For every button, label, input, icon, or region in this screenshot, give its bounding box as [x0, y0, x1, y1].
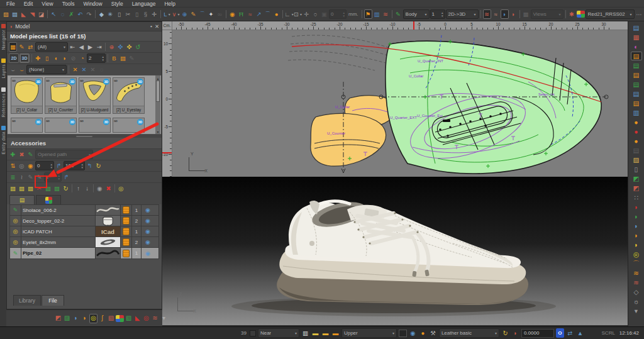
piece-qty-spinner[interactable]: 2▴▾	[87, 53, 106, 63]
zoom-icon[interactable]: ◌	[58, 9, 67, 19]
avatar-accessory-icon[interactable]: ◉	[26, 161, 35, 170]
panel-grid-icon[interactable]: ▦	[631, 33, 642, 42]
dir-step-icon[interactable]: ↱	[62, 172, 70, 182]
curve-all-icon[interactable]: ⌣	[9, 65, 17, 74]
pin-yellow-icon[interactable]: ✜	[125, 42, 133, 52]
eraser-icon[interactable]: ◆	[97, 9, 106, 19]
line-select[interactable]: (None)▾	[26, 65, 67, 74]
origin-icon[interactable]: O	[556, 328, 564, 338]
spin-down-icon[interactable]: ▾	[441, 14, 443, 18]
body-select[interactable]: Body▾	[403, 9, 430, 19]
acc-reload-icon[interactable]: ↻	[62, 184, 70, 193]
sync-accessory-icon[interactable]: ⇅	[9, 161, 17, 170]
acc-dup-icon[interactable]: ▤	[18, 184, 26, 193]
panel-pieces-icon[interactable]: ▤	[631, 52, 642, 60]
pin-icon[interactable]: ▪	[150, 23, 152, 30]
stripe-shoe-icon[interactable]: ≋	[151, 314, 159, 323]
add-piece-icon[interactable]: ✚	[34, 53, 42, 63]
node-add-icon[interactable]: ✕	[71, 65, 79, 74]
acc-export-icon[interactable]: ▤	[44, 184, 52, 193]
thumbnail-scrollbar[interactable]: ▴ ▾	[155, 75, 160, 134]
panel-tab-file[interactable]: File	[42, 295, 64, 306]
pattern-2d-viewport[interactable]: U_Quarter_INTU_CollarU_CollarU_CounterU_…	[162, 21, 628, 177]
spin-down-icon[interactable]: ▾	[343, 14, 345, 18]
rotate-icon[interactable]: ○	[311, 9, 319, 19]
chart-icon[interactable]: ▥	[373, 9, 381, 19]
render-3d-viewport[interactable]: Z X	[162, 177, 628, 325]
first-piece-icon[interactable]: ⇤	[69, 42, 77, 52]
piece-thumbnail-partial[interactable]: path d="M4,19 L44,19 L38,8 C26,2 12,6 4,…	[113, 118, 145, 133]
sidebar-tab-entity-data[interactable]: Entity data	[1, 126, 6, 154]
heel-tool-icon[interactable]: ʃ	[98, 314, 106, 323]
target-icon[interactable]: ⊕	[180, 9, 189, 19]
material-orange-icon[interactable]: ▬	[331, 328, 340, 338]
mirror-tool-icon[interactable]: ∨▾	[172, 9, 180, 19]
last-blue-red-icon[interactable]: ◗	[72, 314, 80, 323]
distribute-icon[interactable]: ≣	[9, 172, 17, 182]
record-tool-icon[interactable]: ◎	[142, 314, 150, 323]
spin-down-icon[interactable]: ▾	[81, 166, 83, 169]
menu-item-window[interactable]: Window	[79, 1, 106, 7]
acc-visibility-icon[interactable]: ◉	[96, 184, 104, 193]
close-icon[interactable]: ✕	[155, 23, 159, 30]
step-spinner[interactable]: 1▴▾	[44, 172, 62, 182]
sidebar-tab-references[interactable]: References	[1, 87, 6, 117]
material-icon[interactable]	[123, 206, 130, 214]
shoe-red-status-icon[interactable]: ◗	[511, 328, 519, 338]
acc-delete-icon[interactable]: ✖	[104, 184, 113, 193]
offset-piece-icon[interactable]: ◔	[78, 53, 86, 63]
color-swatch[interactable]	[399, 330, 407, 337]
pieces-flip-icon[interactable]: ⇄	[26, 42, 35, 52]
pin-blue-icon[interactable]: ✜	[116, 42, 125, 52]
value-input[interactable]: 0.0000	[521, 329, 554, 338]
pen-dark-icon[interactable]: ✎	[35, 172, 43, 182]
material-select[interactable]: Leather basic▾	[439, 328, 499, 338]
ring-yellow-icon[interactable]: ◎	[631, 250, 642, 258]
acc-up-icon[interactable]: ↑	[74, 184, 82, 193]
stripe-red-blue-icon[interactable]: ≋	[631, 278, 642, 287]
more-options-icon[interactable]: ⋯	[635, 9, 643, 19]
accessory-row[interactable]: ✎Sholace_006-21◉	[10, 205, 158, 216]
accessory-row[interactable]: ◎Eyelet_8x2mm2◉	[10, 237, 158, 248]
scroll-down-icon[interactable]: ▾	[155, 129, 160, 134]
pieces-pen-icon[interactable]: ✎	[18, 42, 26, 52]
piece-green-icon[interactable]: ◗	[631, 212, 642, 221]
piece-blue-icon[interactable]: ◗	[631, 221, 642, 230]
accessory-row[interactable]: ◎Deco_topper_02-22◉	[10, 216, 158, 226]
panel-folder-icon[interactable]: ▨	[631, 155, 642, 164]
more-tools-icon[interactable]: ▾	[160, 314, 168, 323]
delete-icon[interactable]: ✗	[67, 9, 75, 19]
panel-columns-icon[interactable]: ▥	[631, 108, 642, 117]
ghost-accessory-icon[interactable]: ◎	[18, 161, 26, 170]
redo-icon[interactable]: ↷	[85, 9, 93, 19]
angle-tool-icon[interactable]: ∟▾	[285, 9, 293, 19]
acc-swirl-icon[interactable]: ◎	[117, 184, 125, 193]
panel-export-icon[interactable]: ▤	[631, 61, 642, 70]
panel-blue-icon[interactable]: ▤	[631, 89, 642, 98]
frame-checkbox[interactable]	[250, 330, 256, 336]
import-piece-icon[interactable]: ◣	[19, 9, 28, 19]
piece-thumbnail-partial[interactable]: path d="M4,19 L44,19 L38,8 C26,2 12,6 4,…	[11, 118, 43, 133]
wedge-tool-icon[interactable]: ◣	[133, 314, 142, 323]
ramp-icon[interactable]: ▲	[576, 328, 584, 338]
panel-squares-icon[interactable]: ∷	[631, 193, 642, 202]
view-2d-icon[interactable]: 2D	[9, 53, 19, 63]
finish-flag-icon[interactable]: ▨	[63, 314, 71, 323]
acc-down-icon[interactable]: ↓	[83, 184, 91, 193]
pencil-icon[interactable]: ✎	[189, 9, 197, 19]
grab-icon[interactable]: ✎	[128, 53, 136, 63]
mirror-piece-icon[interactable]: ◖	[52, 53, 60, 63]
scale-icon[interactable]: ▣	[320, 9, 328, 19]
dir-end-icon[interactable]: ↰	[86, 161, 94, 170]
piece-thumbnail[interactable]: ∞3D[2] U_Collar	[11, 77, 43, 114]
path-type-select[interactable]: Opened path▾	[35, 150, 93, 159]
wand-icon[interactable]: ✦	[207, 9, 215, 19]
tab-accessory-list[interactable]: ▤	[9, 195, 35, 204]
pin-icon[interactable]: ✛	[150, 9, 158, 19]
menu-item-file[interactable]: File	[3, 1, 19, 7]
pointer-icon[interactable]: ↖	[50, 9, 58, 19]
ring-tool-icon[interactable]: ◎	[89, 314, 97, 323]
trim-icon[interactable]: ✳	[106, 9, 114, 19]
center-snap-icon[interactable]: ⊡▾	[294, 9, 302, 19]
loop-icon[interactable]: ◌	[97, 65, 106, 74]
